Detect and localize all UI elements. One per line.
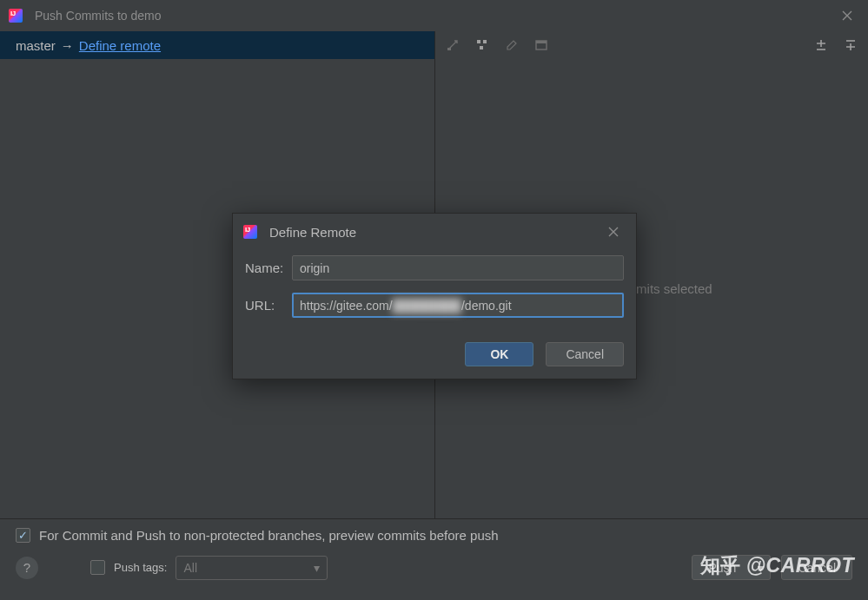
chevron-down-icon: ▾	[314, 561, 320, 575]
push-tags-checkbox[interactable]	[90, 560, 105, 575]
svg-rect-0	[447, 48, 451, 50]
collapse-icon[interactable]	[840, 35, 861, 56]
svg-rect-3	[480, 46, 483, 49]
push-tags-label: Push tags:	[114, 561, 167, 574]
url-label: URL:	[245, 298, 292, 313]
ok-button[interactable]: OK	[465, 342, 533, 366]
intellij-icon	[243, 225, 257, 239]
svg-rect-2	[483, 40, 487, 43]
close-icon[interactable]	[601, 220, 626, 244]
compare-prev-icon[interactable]	[442, 35, 463, 56]
help-icon[interactable]: ?	[16, 557, 38, 579]
expand-icon[interactable]	[811, 35, 832, 56]
edit-icon[interactable]	[501, 35, 522, 56]
diff-toolbar	[435, 31, 868, 59]
arrow-icon: →	[61, 38, 74, 53]
tags-dropdown-value: All	[183, 561, 197, 575]
name-field[interactable]	[292, 255, 624, 280]
name-label: Name:	[245, 260, 292, 275]
intellij-icon	[9, 9, 23, 23]
preview-checkbox-label: For Commit and Push to non-protected bra…	[39, 528, 499, 543]
watermark-handle: @CARROT	[746, 554, 854, 577]
preview-icon[interactable]	[531, 35, 552, 56]
local-branch-label: master	[16, 38, 56, 53]
svg-rect-5	[536, 41, 547, 43]
preview-checkbox[interactable]	[16, 528, 30, 543]
watermark: 知乎 @CARROT	[700, 552, 854, 579]
window-titlebar: Push Commits to demo	[0, 0, 868, 31]
define-remote-link[interactable]: Define remote	[79, 38, 161, 53]
define-remote-dialog: Define Remote Name: URL: https://gitee.c…	[232, 213, 637, 379]
branch-row[interactable]: master → Define remote	[0, 31, 434, 59]
group-icon[interactable]	[472, 35, 493, 56]
modal-cancel-button[interactable]: Cancel	[546, 342, 624, 366]
zhihu-logo: 知乎	[700, 552, 741, 579]
close-icon[interactable]	[835, 3, 859, 28]
tags-dropdown[interactable]: All ▾	[176, 556, 328, 580]
modal-titlebar: Define Remote	[233, 214, 636, 250]
modal-title: Define Remote	[269, 225, 356, 240]
svg-rect-1	[477, 40, 480, 43]
window-title: Push Commits to demo	[35, 9, 162, 23]
url-field[interactable]: https://gitee.com/████████/demo.git	[292, 293, 624, 318]
